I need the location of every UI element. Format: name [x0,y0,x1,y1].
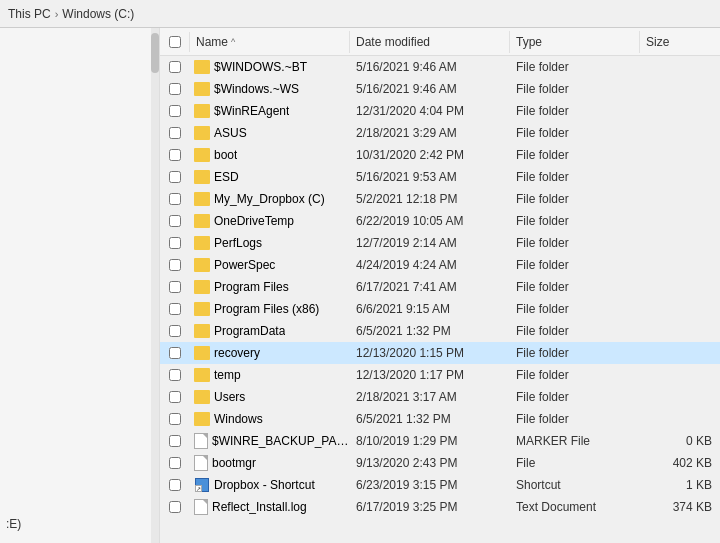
row-checkbox[interactable] [169,193,181,205]
row-checkbox[interactable] [169,171,181,183]
table-row[interactable]: ProgramData6/5/2021 1:32 PMFile folder [160,320,720,342]
file-icon [194,499,208,515]
table-row[interactable]: temp12/13/2020 1:17 PMFile folder [160,364,720,386]
folder-icon [194,280,210,294]
file-type: File folder [510,214,640,228]
row-checkbox[interactable] [169,237,181,249]
row-checkbox[interactable] [169,391,181,403]
table-row[interactable]: Program Files6/17/2021 7:41 AMFile folde… [160,276,720,298]
row-checkbox[interactable] [169,105,181,117]
file-size: 1 KB [640,478,720,492]
table-row[interactable]: OneDriveTemp6/22/2019 10:05 AMFile folde… [160,210,720,232]
row-checkbox[interactable] [169,457,181,469]
file-size: 402 KB [640,456,720,470]
row-checkbox[interactable] [169,501,181,513]
table-row[interactable]: $WINDOWS.~BT5/16/2021 9:46 AMFile folder [160,56,720,78]
file-date: 5/16/2021 9:53 AM [350,170,510,184]
folder-icon [194,148,210,162]
row-checkbox[interactable] [169,281,181,293]
file-name: recovery [214,346,260,360]
file-name: Dropbox - Shortcut [214,478,315,492]
file-name: Program Files [214,280,289,294]
table-row[interactable]: recovery12/13/2020 1:15 PMFile folder [160,342,720,364]
table-row[interactable]: PerfLogs12/7/2019 2:14 AMFile folder [160,232,720,254]
row-checkbox[interactable] [169,435,181,447]
file-type: File folder [510,192,640,206]
file-date: 10/31/2020 2:42 PM [350,148,510,162]
row-checkbox[interactable] [169,479,181,491]
file-icon [194,455,208,471]
row-checkbox[interactable] [169,347,181,359]
header-type[interactable]: Type [510,31,640,53]
folder-icon [194,104,210,118]
file-size: 0 KB [640,434,720,448]
file-name: Users [214,390,245,404]
file-type: File folder [510,148,640,162]
row-checkbox[interactable] [169,259,181,271]
file-type: File folder [510,368,640,382]
file-name: $WINDOWS.~BT [214,60,307,74]
table-row[interactable]: ASUS2/18/2021 3:29 AMFile folder [160,122,720,144]
breadcrumb-drive[interactable]: Windows (C:) [62,7,134,21]
header-date[interactable]: Date modified [350,31,510,53]
file-name: boot [214,148,237,162]
folder-icon [194,236,210,250]
file-name: Reflect_Install.log [212,500,307,514]
file-name: ESD [214,170,239,184]
table-row[interactable]: PowerSpec4/24/2019 4:24 AMFile folder [160,254,720,276]
table-row[interactable]: ESD5/16/2021 9:53 AMFile folder [160,166,720,188]
file-size: 374 KB [640,500,720,514]
file-name: PerfLogs [214,236,262,250]
file-name: My_My_Dropbox (C) [214,192,325,206]
folder-icon [194,346,210,360]
file-type: File folder [510,82,640,96]
file-type: Text Document [510,500,640,514]
folder-icon [194,302,210,316]
folder-icon [194,390,210,404]
file-list[interactable]: $WINDOWS.~BT5/16/2021 9:46 AMFile folder… [160,56,720,543]
row-checkbox[interactable] [169,61,181,73]
row-checkbox[interactable] [169,325,181,337]
header-name[interactable]: Name ^ [190,31,350,53]
file-type: File folder [510,126,640,140]
row-checkbox[interactable] [169,303,181,315]
table-row[interactable]: $Windows.~WS5/16/2021 9:46 AMFile folder [160,78,720,100]
select-all-checkbox[interactable] [169,36,181,48]
main-area: :E) Name ^ Date modified Type Size $WIND… [0,28,720,543]
row-checkbox[interactable] [169,215,181,227]
file-type: File folder [510,302,640,316]
file-type: File folder [510,346,640,360]
table-row[interactable]: ↗Dropbox - Shortcut6/23/2019 3:15 PMShor… [160,474,720,496]
folder-icon [194,192,210,206]
row-checkbox[interactable] [169,149,181,161]
file-date: 6/22/2019 10:05 AM [350,214,510,228]
table-row[interactable]: Windows6/5/2021 1:32 PMFile folder [160,408,720,430]
file-name: Windows [214,412,263,426]
table-row[interactable]: $WINRE_BACKUP_PARTITION.MARKER8/10/2019 … [160,430,720,452]
breadcrumb-this-pc[interactable]: This PC [8,7,51,21]
row-checkbox[interactable] [169,127,181,139]
file-name: $WINRE_BACKUP_PARTITION.MARKER [212,434,350,448]
table-row[interactable]: Program Files (x86)6/6/2021 9:15 AMFile … [160,298,720,320]
table-row[interactable]: $WinREAgent12/31/2020 4:04 PMFile folder [160,100,720,122]
table-row[interactable]: bootmgr9/13/2020 2:43 PMFile402 KB [160,452,720,474]
table-row[interactable]: Users2/18/2021 3:17 AMFile folder [160,386,720,408]
file-date: 12/13/2020 1:15 PM [350,346,510,360]
file-date: 9/13/2020 2:43 PM [350,456,510,470]
header-checkbox[interactable] [160,32,190,52]
row-checkbox[interactable] [169,83,181,95]
folder-icon [194,214,210,228]
header-size[interactable]: Size [640,31,720,53]
file-name: Program Files (x86) [214,302,319,316]
folder-icon [194,126,210,140]
row-checkbox[interactable] [169,413,181,425]
table-row[interactable]: boot10/31/2020 2:42 PMFile folder [160,144,720,166]
file-name: ASUS [214,126,247,140]
table-row[interactable]: Reflect_Install.log6/17/2019 3:25 PMText… [160,496,720,518]
table-row[interactable]: My_My_Dropbox (C)5/2/2021 12:18 PMFile f… [160,188,720,210]
row-checkbox[interactable] [169,369,181,381]
file-date: 6/17/2021 7:41 AM [350,280,510,294]
file-type: File folder [510,258,640,272]
file-date: 8/10/2019 1:29 PM [350,434,510,448]
file-list-area: Name ^ Date modified Type Size $WINDOWS.… [160,28,720,543]
